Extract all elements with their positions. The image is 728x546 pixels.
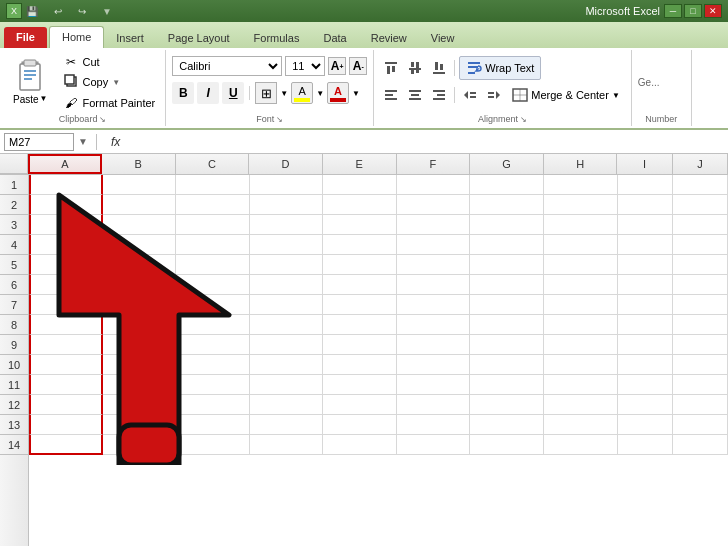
cell-d1[interactable] [250, 175, 324, 195]
paste-dropdown-arrow[interactable]: ▼ [40, 94, 48, 103]
cell-i4[interactable] [618, 235, 673, 255]
col-header-i[interactable]: I [617, 154, 672, 174]
cell-i1[interactable] [618, 175, 673, 195]
col-header-b[interactable]: B [102, 154, 176, 174]
cell-g14[interactable] [470, 435, 544, 455]
name-box[interactable] [4, 133, 74, 151]
cell-c7[interactable] [176, 295, 250, 315]
cell-c6[interactable] [176, 275, 250, 295]
cell-i7[interactable] [618, 295, 673, 315]
cell-b7[interactable] [103, 295, 177, 315]
fill-color-dropdown[interactable]: ▼ [316, 89, 324, 98]
cell-f5[interactable] [397, 255, 471, 275]
cell-i6[interactable] [618, 275, 673, 295]
cell-h9[interactable] [544, 335, 618, 355]
cell-g7[interactable] [470, 295, 544, 315]
cell-h4[interactable] [544, 235, 618, 255]
cell-a14[interactable] [29, 435, 103, 455]
tab-review[interactable]: Review [359, 28, 419, 48]
cell-i2[interactable] [618, 195, 673, 215]
window-controls[interactable]: ─ □ ✕ [664, 4, 722, 18]
cell-d10[interactable] [250, 355, 324, 375]
cell-b2[interactable] [103, 195, 177, 215]
cell-b14[interactable] [103, 435, 177, 455]
cell-j9[interactable] [673, 335, 728, 355]
cell-j4[interactable] [673, 235, 728, 255]
cell-g13[interactable] [470, 415, 544, 435]
font-color-button[interactable]: A [327, 82, 349, 104]
tab-formulas[interactable]: Formulas [242, 28, 312, 48]
cell-d13[interactable] [250, 415, 324, 435]
cell-c5[interactable] [176, 255, 250, 275]
cell-f6[interactable] [397, 275, 471, 295]
cell-i14[interactable] [618, 435, 673, 455]
col-header-e[interactable]: E [323, 154, 397, 174]
cell-f1[interactable] [397, 175, 471, 195]
italic-button[interactable]: I [197, 82, 219, 104]
minimize-button[interactable]: ─ [664, 4, 682, 18]
cell-h13[interactable] [544, 415, 618, 435]
cell-c8[interactable] [176, 315, 250, 335]
align-top-button[interactable] [380, 57, 402, 79]
col-header-h[interactable]: H [544, 154, 618, 174]
cell-d14[interactable] [250, 435, 324, 455]
cell-g10[interactable] [470, 355, 544, 375]
underline-button[interactable]: U [222, 82, 244, 104]
cell-a9[interactable] [29, 335, 103, 355]
paste-button[interactable]: Paste ▼ [6, 57, 55, 108]
cell-h6[interactable] [544, 275, 618, 295]
cell-c11[interactable] [176, 375, 250, 395]
cell-f14[interactable] [397, 435, 471, 455]
cell-f4[interactable] [397, 235, 471, 255]
col-header-g[interactable]: G [470, 154, 544, 174]
cell-d9[interactable] [250, 335, 324, 355]
merge-dropdown[interactable]: ▼ [612, 91, 620, 100]
decrease-indent-button[interactable] [459, 84, 481, 106]
merge-center-button[interactable]: Merge & Center ▼ [507, 83, 625, 107]
fill-color-button[interactable]: A [291, 82, 313, 104]
tab-file[interactable]: File [4, 27, 47, 48]
row-header-2[interactable]: 2 [0, 195, 28, 215]
select-all-button[interactable] [0, 154, 28, 174]
cell-h5[interactable] [544, 255, 618, 275]
cell-d3[interactable] [250, 215, 324, 235]
cell-j8[interactable] [673, 315, 728, 335]
row-header-3[interactable]: 3 [0, 215, 28, 235]
cell-f9[interactable] [397, 335, 471, 355]
cell-a4[interactable] [29, 235, 103, 255]
cell-d8[interactable] [250, 315, 324, 335]
col-header-a[interactable]: A [28, 154, 102, 174]
cell-d4[interactable] [250, 235, 324, 255]
cell-h1[interactable] [544, 175, 618, 195]
cell-j6[interactable] [673, 275, 728, 295]
cell-a8[interactable] [29, 315, 103, 335]
borders-dropdown[interactable]: ▼ [280, 89, 288, 98]
cell-c12[interactable] [176, 395, 250, 415]
quick-access-redo[interactable]: ↪ [78, 6, 86, 17]
tab-insert[interactable]: Insert [104, 28, 156, 48]
cell-a13[interactable] [29, 415, 103, 435]
cell-f11[interactable] [397, 375, 471, 395]
cell-f12[interactable] [397, 395, 471, 415]
cell-g11[interactable] [470, 375, 544, 395]
cell-j10[interactable] [673, 355, 728, 375]
cell-g9[interactable] [470, 335, 544, 355]
cell-e8[interactable] [323, 315, 397, 335]
cell-i12[interactable] [618, 395, 673, 415]
cell-f8[interactable] [397, 315, 471, 335]
cell-a11[interactable] [29, 375, 103, 395]
cell-j3[interactable] [673, 215, 728, 235]
maximize-button[interactable]: □ [684, 4, 702, 18]
align-bottom-button[interactable] [428, 57, 450, 79]
cell-c13[interactable] [176, 415, 250, 435]
cell-a7[interactable] [29, 295, 103, 315]
cell-e2[interactable] [323, 195, 397, 215]
cell-d5[interactable] [250, 255, 324, 275]
cell-h2[interactable] [544, 195, 618, 215]
cell-g5[interactable] [470, 255, 544, 275]
quick-access-save[interactable]: 💾 [26, 6, 38, 17]
cell-e7[interactable] [323, 295, 397, 315]
cell-h11[interactable] [544, 375, 618, 395]
row-header-6[interactable]: 6 [0, 275, 28, 295]
row-header-9[interactable]: 9 [0, 335, 28, 355]
